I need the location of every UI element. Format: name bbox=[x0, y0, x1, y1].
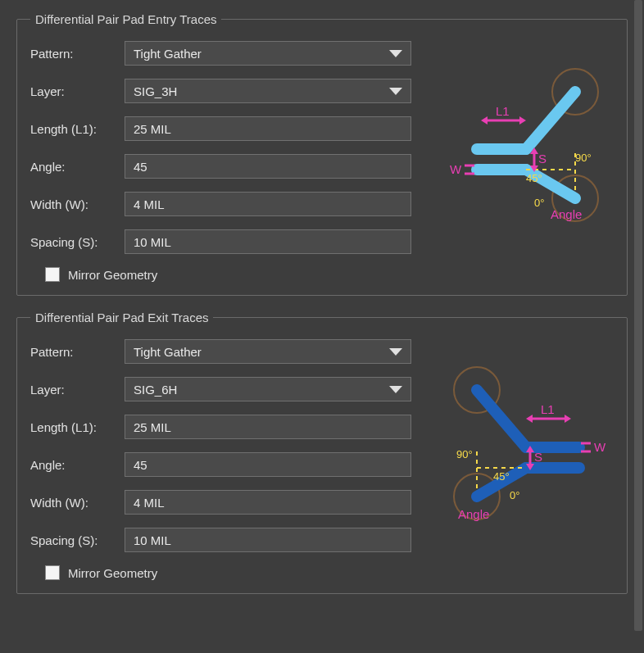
svg-text:0°: 0° bbox=[534, 197, 544, 209]
svg-line-3 bbox=[526, 92, 575, 149]
layer-dropdown[interactable]: SIG_6H bbox=[125, 377, 411, 401]
angle-input[interactable]: 45 bbox=[125, 154, 411, 179]
spacing-value: 10 MIL bbox=[134, 235, 171, 249]
dropdown-icon bbox=[389, 386, 402, 393]
entry-traces-group: Differential Pair Pad Entry Traces Patte… bbox=[16, 12, 628, 296]
angle-value: 45 bbox=[134, 458, 147, 472]
svg-text:90°: 90° bbox=[575, 152, 592, 164]
dropdown-icon bbox=[389, 50, 402, 57]
svg-text:L1: L1 bbox=[496, 104, 510, 118]
mirror-geometry-checkbox[interactable] bbox=[45, 565, 60, 580]
dropdown-icon bbox=[389, 88, 402, 95]
width-input[interactable]: 4 MIL bbox=[125, 192, 411, 216]
svg-marker-10 bbox=[519, 116, 526, 125]
svg-text:S: S bbox=[538, 152, 546, 166]
layer-label: Layer: bbox=[30, 84, 125, 98]
svg-text:Angle: Angle bbox=[458, 507, 489, 521]
svg-text:W: W bbox=[450, 162, 462, 176]
spacing-input[interactable]: 10 MIL bbox=[125, 229, 411, 254]
width-value: 4 MIL bbox=[134, 496, 165, 510]
spacing-value: 10 MIL bbox=[134, 533, 171, 547]
angle-label: Angle: bbox=[30, 160, 125, 174]
svg-text:45°: 45° bbox=[493, 470, 510, 483]
svg-marker-32 bbox=[526, 415, 533, 423]
width-value: 4 MIL bbox=[134, 197, 165, 211]
pattern-label: Pattern: bbox=[30, 345, 125, 359]
pattern-dropdown[interactable]: Tight Gather bbox=[125, 339, 411, 364]
vertical-scrollbar[interactable] bbox=[634, 0, 642, 631]
entry-diagram: L1 S W 45° 90° 0° Angle bbox=[448, 63, 612, 227]
svg-line-25 bbox=[477, 390, 526, 447]
pattern-value: Tight Gather bbox=[134, 47, 202, 61]
angle-label: Angle: bbox=[30, 458, 125, 472]
exit-diagram: L1 S W 45° 90° 0° Angle bbox=[448, 361, 612, 525]
entry-traces-legend: Differential Pair Pad Entry Traces bbox=[30, 12, 221, 26]
layer-dropdown[interactable]: SIG_3H bbox=[125, 79, 411, 103]
svg-text:S: S bbox=[534, 450, 542, 464]
svg-text:L1: L1 bbox=[541, 402, 555, 416]
angle-input[interactable]: 45 bbox=[125, 452, 411, 477]
mirror-geometry-label: Mirror Geometry bbox=[68, 268, 157, 282]
mirror-geometry-label: Mirror Geometry bbox=[68, 566, 157, 580]
svg-text:0°: 0° bbox=[510, 489, 519, 501]
spacing-label: Spacing (S): bbox=[30, 235, 125, 249]
mirror-geometry-checkbox[interactable] bbox=[45, 267, 60, 282]
spacing-input[interactable]: 10 MIL bbox=[125, 528, 411, 552]
layer-value: SIG_6H bbox=[134, 383, 177, 397]
length-label: Length (L1): bbox=[30, 420, 125, 434]
width-input[interactable]: 4 MIL bbox=[125, 490, 411, 515]
svg-marker-33 bbox=[565, 415, 571, 423]
dropdown-icon bbox=[389, 348, 402, 356]
width-label: Width (W): bbox=[30, 197, 125, 211]
length-label: Length (L1): bbox=[30, 122, 125, 136]
width-label: Width (W): bbox=[30, 496, 125, 510]
svg-text:90°: 90° bbox=[456, 448, 473, 460]
exit-traces-group: Differential Pair Pad Exit Traces Patter… bbox=[16, 311, 628, 594]
layer-value: SIG_3H bbox=[134, 84, 177, 98]
svg-text:Angle: Angle bbox=[551, 207, 582, 221]
svg-text:W: W bbox=[594, 440, 606, 454]
exit-traces-legend: Differential Pair Pad Exit Traces bbox=[30, 311, 213, 324]
length-value: 25 MIL bbox=[134, 122, 171, 136]
length-input[interactable]: 25 MIL bbox=[125, 415, 411, 439]
length-input[interactable]: 25 MIL bbox=[125, 116, 411, 141]
svg-marker-9 bbox=[481, 116, 488, 125]
pattern-dropdown[interactable]: Tight Gather bbox=[125, 41, 411, 66]
spacing-label: Spacing (S): bbox=[30, 533, 125, 547]
length-value: 25 MIL bbox=[134, 420, 171, 434]
angle-value: 45 bbox=[134, 160, 147, 174]
layer-label: Layer: bbox=[30, 383, 125, 397]
pattern-value: Tight Gather bbox=[134, 345, 202, 359]
pattern-label: Pattern: bbox=[30, 47, 125, 61]
svg-text:45°: 45° bbox=[526, 172, 542, 184]
